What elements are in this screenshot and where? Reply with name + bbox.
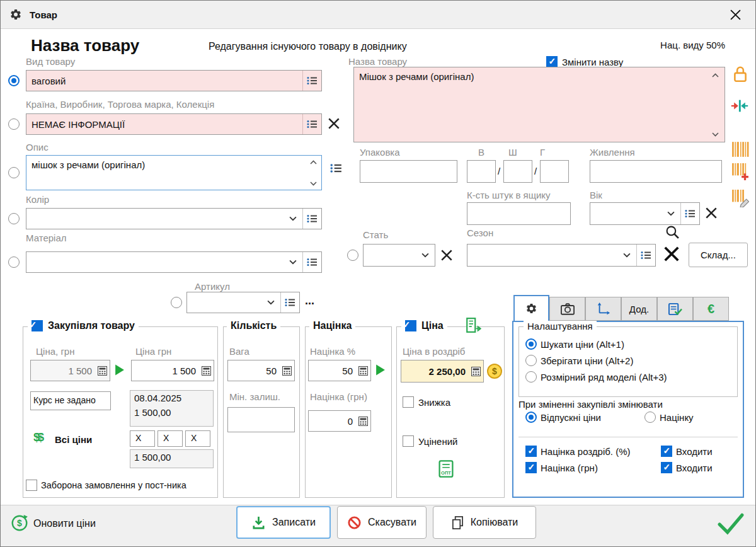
min-stock-input[interactable] <box>228 408 294 432</box>
uah-markup-checkbox[interactable] <box>525 462 537 473</box>
purchase-price2-input[interactable] <box>132 360 198 381</box>
tab-document-check[interactable] <box>657 297 693 321</box>
season-input[interactable] <box>467 245 617 266</box>
brand-input[interactable] <box>26 114 302 134</box>
purchase-price-field[interactable] <box>30 360 110 381</box>
price-checkbox[interactable] <box>405 320 416 331</box>
all-prices-link[interactable]: Всі ціни <box>55 434 92 445</box>
tab-photo[interactable] <box>549 297 585 321</box>
weight-field[interactable] <box>227 360 295 381</box>
include2-checkbox[interactable] <box>661 462 672 473</box>
sku-more-button[interactable]: ... <box>305 294 314 308</box>
brand-field[interactable] <box>26 113 322 135</box>
gender-combobox[interactable] <box>363 244 435 267</box>
season-combobox[interactable] <box>467 244 656 267</box>
close-icon[interactable] <box>724 3 747 26</box>
cancel-button[interactable]: Скасувати <box>337 506 427 539</box>
season-clear-icon[interactable] <box>664 246 679 264</box>
keep-prices-radio[interactable] <box>525 355 537 366</box>
discount-checkbox[interactable] <box>403 396 414 408</box>
calculator-icon[interactable] <box>198 360 214 381</box>
size-range-radio[interactable] <box>525 371 537 383</box>
wholesale-icon[interactable]: ОПТ <box>437 459 455 478</box>
width-input[interactable] <box>504 161 532 182</box>
list-icon[interactable] <box>280 292 299 313</box>
list-icon[interactable] <box>302 71 321 91</box>
product-type-input[interactable] <box>26 71 302 91</box>
barcode-edit-icon[interactable] <box>731 190 749 207</box>
age-clear-icon[interactable] <box>706 207 717 221</box>
description-textarea[interactable]: мішок з речами (оригінал) <box>26 155 322 190</box>
chevron-down-icon[interactable] <box>662 203 680 224</box>
age-combobox[interactable] <box>590 202 700 225</box>
markdown-checkbox[interactable] <box>403 435 414 447</box>
chevron-up-icon[interactable] <box>308 158 318 166</box>
brand-radio[interactable] <box>8 118 20 130</box>
chevron-down-icon[interactable] <box>284 209 302 229</box>
markup-uah-field[interactable] <box>308 410 371 432</box>
gender-radio[interactable] <box>347 250 358 261</box>
calculator-icon[interactable] <box>355 411 370 431</box>
retail-price-field[interactable] <box>401 360 484 383</box>
search-prices-radio[interactable] <box>525 338 537 350</box>
color-input[interactable] <box>26 209 284 229</box>
weight-input[interactable] <box>228 360 279 381</box>
color-combobox[interactable] <box>26 208 322 229</box>
list-icon[interactable] <box>636 245 655 266</box>
power-field[interactable] <box>590 160 722 183</box>
refresh-prices-icon[interactable]: $ <box>11 514 28 532</box>
chevron-down-icon[interactable] <box>284 252 302 272</box>
packaging-input[interactable] <box>360 161 457 182</box>
gender-clear-icon[interactable] <box>441 250 452 263</box>
rename-checkbox[interactable] <box>546 56 558 67</box>
product-type-field[interactable] <box>26 70 322 91</box>
tab-settings[interactable] <box>513 295 549 321</box>
brand-clear-icon[interactable] <box>328 118 340 132</box>
list-icon[interactable] <box>302 252 321 272</box>
sku-radio[interactable] <box>171 297 182 308</box>
purchase-checkbox[interactable] <box>32 320 43 331</box>
apply-arrow-icon[interactable] <box>114 364 125 376</box>
markup-radio[interactable] <box>644 412 656 423</box>
chevron-down-icon[interactable] <box>308 180 318 187</box>
update-prices-link[interactable]: Оновити ціни <box>33 518 96 529</box>
chevron-down-icon[interactable] <box>617 245 636 266</box>
width-field[interactable] <box>503 160 532 183</box>
height-input[interactable] <box>467 161 495 182</box>
barcode-icon[interactable] <box>731 142 749 157</box>
markup-uah-input[interactable] <box>309 411 355 431</box>
retail-price-input[interactable] <box>401 360 468 382</box>
tab-dimensions[interactable] <box>585 297 621 321</box>
sku-combobox[interactable] <box>186 292 300 313</box>
retail-markup-checkbox[interactable] <box>525 446 537 457</box>
exchange-rate-field[interactable]: Курс не задано <box>30 391 111 410</box>
save-button[interactable]: Записати <box>236 506 331 539</box>
copy-button[interactable]: Копіювати <box>433 506 536 539</box>
markup-pct-input[interactable] <box>309 360 355 381</box>
search-icon[interactable] <box>665 225 680 239</box>
chevron-down-icon[interactable] <box>416 245 435 266</box>
markup-pct-field[interactable] <box>308 360 371 381</box>
chevron-down-icon[interactable] <box>261 292 280 313</box>
include1-checkbox[interactable] <box>661 446 672 457</box>
per-box-field[interactable] <box>467 202 571 225</box>
material-input[interactable] <box>26 252 284 272</box>
list-icon[interactable] <box>302 209 321 229</box>
depth-input[interactable] <box>541 161 568 182</box>
min-stock-field[interactable] <box>227 407 295 432</box>
material-combobox[interactable] <box>26 251 322 273</box>
price-list-icon[interactable] <box>465 317 481 333</box>
packaging-field[interactable] <box>360 160 457 183</box>
color-radio[interactable] <box>8 213 20 224</box>
forbid-order-checkbox[interactable] <box>26 480 37 491</box>
selling-prices-radio[interactable] <box>525 412 537 423</box>
coin-icon[interactable]: $ <box>487 364 502 379</box>
barcode-add-icon[interactable] <box>731 163 749 181</box>
stock-button[interactable]: Склад... <box>689 243 748 267</box>
gender-input[interactable] <box>364 245 416 266</box>
merge-icon[interactable] <box>730 99 749 113</box>
chevron-down-icon[interactable] <box>710 130 720 138</box>
calculator-icon[interactable] <box>94 360 110 381</box>
per-box-input[interactable] <box>467 203 570 224</box>
lock-icon[interactable] <box>733 66 748 83</box>
